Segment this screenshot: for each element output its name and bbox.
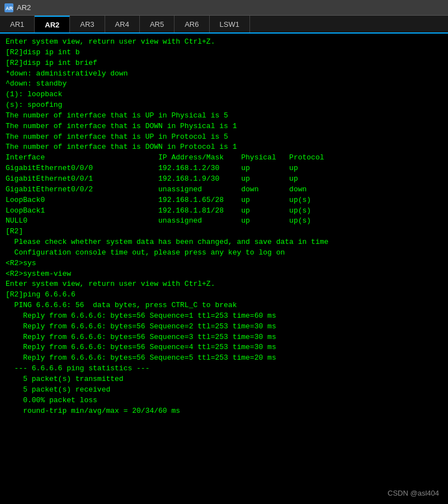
terminal-line: Enter system view, return user view with…: [6, 37, 442, 48]
terminal-line: Reply from 6.6.6.6: bytes=56 Sequence=4 …: [6, 342, 442, 353]
terminal-line: The number of interface that is UP in Ph…: [6, 111, 442, 121]
terminal-line: GigabitEthernet0/0/0 192.168.1.2/30 up u…: [6, 163, 442, 174]
title-bar: AR AR2: [0, 0, 448, 16]
terminal-line: --- 6.6.6.6 ping statistics ---: [6, 364, 442, 374]
terminal-line: NULL0 unassigned up up(s): [6, 216, 442, 227]
tab-ar1[interactable]: AR1: [0, 16, 35, 32]
terminal-line: <R2>sys: [6, 258, 442, 269]
terminal-line: [R2]disp ip int brief: [6, 58, 442, 69]
terminal-line: 5 packet(s) received: [6, 385, 442, 395]
terminal-line: Configuration console time out, please p…: [6, 248, 442, 258]
terminal-line: (s): spoofing: [6, 100, 442, 111]
watermark: CSDN @asl404: [388, 489, 439, 497]
terminal-line: LoopBack1 192.168.1.81/28 up up(s): [6, 206, 442, 216]
tab-lsw1[interactable]: LSW1: [210, 16, 250, 32]
terminal-line: GigabitEthernet0/0/2 unassigned down dow…: [6, 185, 442, 195]
tab-ar3[interactable]: AR3: [70, 16, 105, 32]
terminal-line: ^down: standby: [6, 79, 442, 90]
terminal-line: GigabitEthernet0/0/1 192.168.1.9/30 up u…: [6, 174, 442, 185]
terminal-line: 5 packet(s) transmitted: [6, 374, 442, 385]
terminal-line: The number of interface that is UP in Pr…: [6, 132, 442, 143]
tab-bar: AR1AR2AR3AR4AR5AR6LSW1: [0, 16, 448, 34]
terminal-line: Enter system view, return user view with…: [6, 279, 442, 290]
terminal-line: PING 6.6.6.6: 56 data bytes, press CTRL_…: [6, 300, 442, 311]
terminal-line: Reply from 6.6.6.6: bytes=56 Sequence=3 …: [6, 332, 442, 343]
terminal-line: [R2]ping 6.6.6.6: [6, 290, 442, 300]
terminal-line: Reply from 6.6.6.6: bytes=56 Sequence=1 …: [6, 311, 442, 322]
terminal-line: (1): loopback: [6, 90, 442, 100]
tab-ar4[interactable]: AR4: [105, 16, 140, 32]
tab-ar2[interactable]: AR2: [35, 16, 70, 32]
terminal-line: [R2]: [6, 227, 442, 237]
terminal-line: *down: administratively down: [6, 69, 442, 79]
app-icon: AR: [4, 3, 13, 12]
terminal-line: LoopBack0 192.168.1.65/28 up up(s): [6, 195, 442, 206]
terminal-line: 0.00% packet loss: [6, 395, 442, 406]
terminal-line: round-trip min/avg/max = 20/34/60 ms: [6, 406, 442, 417]
terminal-line: Reply from 6.6.6.6: bytes=56 Sequence=2 …: [6, 322, 442, 332]
svg-text:AR: AR: [6, 6, 13, 11]
terminal-line: The number of interface that is DOWN in …: [6, 142, 442, 153]
terminal-line: Interface IP Address/Mask Physical Proto…: [6, 153, 442, 163]
tab-ar6[interactable]: AR6: [175, 16, 209, 32]
terminal[interactable]: Enter system view, return user view with…: [0, 34, 448, 504]
title-bar-text: AR2: [17, 3, 31, 12]
terminal-line: <R2>system-view: [6, 269, 442, 280]
terminal-line: The number of interface that is DOWN in …: [6, 121, 442, 132]
tab-ar5[interactable]: AR5: [140, 16, 175, 32]
terminal-line: Please check whether system data has bee…: [6, 237, 442, 248]
terminal-line: Reply from 6.6.6.6: bytes=56 Sequence=5 …: [6, 353, 442, 364]
terminal-line: [R2]disp ip int b: [6, 48, 442, 58]
